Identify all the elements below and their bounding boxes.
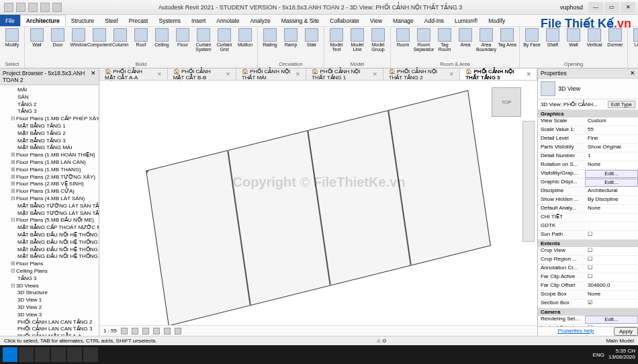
property-value[interactable]: Fine (585, 135, 638, 143)
open-icon[interactable] (16, 3, 26, 12)
tree-node[interactable]: MẶT BẰNG ĐẦU NỐI HỆ THỐNG THO... (1, 239, 97, 246)
tree-node[interactable]: ⊞Floor Plans (3.MB CỬA) (1, 188, 97, 195)
menu-tab-manage[interactable]: Manage (388, 15, 419, 26)
menu-tab-file[interactable]: File (0, 15, 20, 26)
menu-tab-massingsite[interactable]: Massing & Site (276, 15, 325, 26)
tree-node[interactable]: MẶT BẰNG TƯỜNG LÁT SÀN TẦNG 1 (1, 203, 97, 210)
tree-node[interactable]: MẶT BẰNG ĐẦU NỐI HỆ THỐNG CẤP (1, 232, 97, 239)
undo-icon[interactable] (40, 3, 50, 12)
ribbon-tag-room[interactable]: Tag Room (435, 28, 454, 52)
menu-tab-addins[interactable]: Add-Ins (419, 15, 449, 26)
view-cube[interactable]: TOP (492, 87, 521, 117)
tree-node[interactable]: SÂN (1, 94, 97, 101)
tree-node[interactable]: ⊟Floor Plans (5.MB ĐẦU NỐI ME) (1, 217, 97, 224)
close-icon[interactable]: ✕ (630, 70, 635, 77)
property-value[interactable] (585, 222, 638, 230)
tree-node[interactable]: ⊟Ceiling Plans (1, 268, 97, 275)
ribbon-wall[interactable]: Wall (28, 28, 46, 47)
tree-node[interactable]: PHỐI CẢNH LAN CAN TẦNG 2 (1, 319, 97, 326)
explorer-icon[interactable] (51, 347, 66, 362)
tab-close-icon[interactable]: ✕ (295, 71, 300, 77)
clock-date[interactable]: 13/08/2020 (608, 355, 635, 361)
app-menu-icon[interactable] (4, 3, 13, 12)
ribbon-window[interactable]: Window (69, 28, 88, 47)
tree-node[interactable]: MẶT BẰNG TẦNG MÁI (1, 144, 97, 152)
menu-tab-steel[interactable]: Steel (99, 15, 123, 26)
edit-type-button[interactable]: Edit Type (608, 101, 635, 108)
ribbon-curtain-grid[interactable]: Curtain Grid (215, 28, 234, 52)
property-value[interactable]: Edit... (585, 316, 638, 324)
maximize-button[interactable]: ▭ (604, 2, 619, 13)
tree-node[interactable]: ⊟Floor Plans (1.MB CẤP PHÉP XÂY DỰNG) (1, 116, 97, 123)
property-category[interactable]: Extents (538, 240, 638, 247)
crop-icon[interactable] (164, 328, 171, 334)
property-value[interactable]: Custom (585, 118, 638, 126)
property-category[interactable]: Camera (538, 308, 638, 316)
ribbon-model-text[interactable]: Model Text (327, 28, 346, 52)
tree-node[interactable]: ⊞Floor Plans (1.MB HOÀN THIỆN) (1, 152, 97, 159)
ribbon-area-boundary[interactable]: Area Boundary (477, 28, 496, 52)
tree-node[interactable]: ⊟Floor Plans (4.MB LÁT SÀN) (1, 195, 97, 203)
property-value[interactable]: Architectural (585, 187, 638, 195)
tree-node[interactable]: 3D Structure (1, 289, 97, 297)
ribbon-curtain-system[interactable]: Curtain System (194, 28, 213, 52)
tree-node[interactable]: MẶT BẰNG ĐẦU NỐI HỆ THỐNG ĐIỆN (1, 253, 97, 261)
minimize-button[interactable]: — (588, 2, 603, 13)
save-icon[interactable] (28, 3, 38, 12)
menu-tab-modify[interactable]: Modify (483, 15, 510, 26)
property-value[interactable]: None (585, 291, 638, 299)
ribbon-column[interactable]: Column (111, 28, 130, 47)
property-value[interactable]: ☐ (585, 265, 638, 273)
ribbon-door[interactable]: Door (48, 28, 67, 47)
view-type-label[interactable]: 3D View (558, 85, 580, 92)
tree-node[interactable]: MẶT BẰNG CẤP THOÁT NƯỚC MÁI (1, 224, 97, 232)
hide-icon[interactable] (175, 328, 181, 334)
menu-tab-systems[interactable]: Systems (153, 15, 186, 26)
tree-node[interactable]: 3D View 1 (1, 297, 97, 304)
property-value[interactable]: ☐ (585, 247, 638, 255)
ribbon-roof[interactable]: Roof (132, 28, 150, 47)
tree-node[interactable]: ⊞Floor Plans (2.MB TƯỜNG XÂY) (1, 174, 97, 181)
view-tab[interactable]: 🏠 PHỐI CẢNH NỘI THẤT TẦNG 1✕ (306, 69, 383, 80)
tree-node[interactable]: ⊞Floor Plans (1, 261, 97, 268)
menu-tab-structure[interactable]: Structure (66, 15, 100, 26)
drawing-canvas[interactable]: TOP 1 : 55 (99, 81, 537, 336)
property-value[interactable]: 1 (585, 152, 638, 161)
property-value[interactable]: Edit... (585, 179, 638, 187)
property-value[interactable]: Edit... (585, 170, 638, 178)
browser-icon[interactable] (67, 347, 82, 362)
ribbon-room[interactable]: Room (394, 28, 412, 47)
tree-node[interactable]: MẶT BẰNG TƯỜNG LÁT SÀN TẦNG 2 (1, 210, 97, 218)
tree-node[interactable]: ⊞Floor Plans (2.MB VỆ SINH) (1, 181, 97, 188)
apply-button[interactable]: Apply (614, 327, 638, 336)
tree-node[interactable]: TẦNG 3 (1, 108, 97, 116)
view-tab[interactable]: 🏠 PHỐI CẢNH NỘI THẤT TẦNG 2✕ (383, 69, 461, 80)
properties-list[interactable]: GraphicsView ScaleCustomScale Value 1:55… (538, 110, 638, 326)
tree-node[interactable]: MÁI (1, 87, 97, 94)
view-tab[interactable]: 🏠 PHỐI CẢNH NỘI THẤT TẦNG 3✕ (460, 69, 537, 80)
view-tab[interactable]: 🏠 PHỐI CẢNH MẶT CẮT B-B✕ (168, 69, 236, 80)
ribbon-wall[interactable]: Wall (564, 28, 583, 47)
view-tab[interactable]: 🏠 PHỐI CẢNH MẶT CẮT A-A✕ (99, 69, 168, 80)
ribbon-level[interactable]: Level (631, 28, 638, 47)
menu-tab-precast[interactable]: Precast (124, 15, 154, 26)
property-value[interactable]: By Discipline (585, 196, 638, 204)
user-info[interactable]: vuphosd (555, 4, 588, 11)
ribbon-ceiling[interactable]: Ceiling (152, 28, 171, 47)
ribbon-by-face[interactable]: By Face (522, 28, 541, 47)
property-value[interactable]: ☐ (585, 273, 638, 281)
tree-node[interactable]: PHỐI CẢNH LAN CAN TẦNG 3 (1, 326, 97, 333)
property-value[interactable]: 304800,0 (585, 282, 638, 290)
tab-close-icon[interactable]: ✕ (449, 71, 454, 77)
menu-tab-view[interactable]: View (365, 15, 388, 26)
start-button[interactable] (3, 347, 17, 362)
property-value[interactable]: None (585, 161, 638, 169)
navigation-bar[interactable] (522, 121, 535, 242)
ribbon-vertical[interactable]: Vertical (585, 28, 604, 47)
view-tab[interactable]: 🏠 PHỐI CẢNH NỘI THẤT MÁI✕ (236, 69, 306, 80)
property-value[interactable]: None (585, 205, 638, 213)
tab-close-icon[interactable]: ✕ (527, 71, 531, 77)
tab-close-icon[interactable]: ✕ (157, 71, 162, 77)
tree-node[interactable]: PHỐI CẢNH MẶT CẮT A-A (1, 333, 97, 336)
property-value[interactable]: ☐ (585, 231, 638, 239)
